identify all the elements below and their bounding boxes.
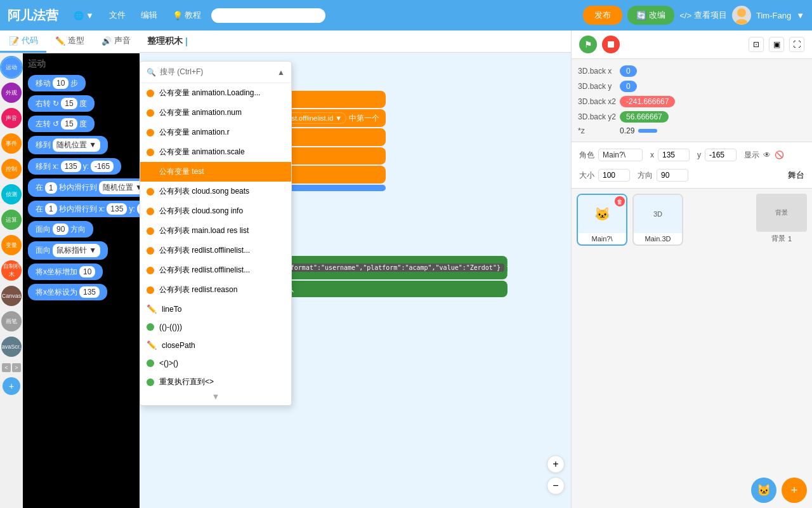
cat-draw[interactable]: 画笔 <box>1 311 22 331</box>
cat-js[interactable]: JavaScr... <box>1 337 22 357</box>
tab-code[interactable]: 📝 代码 <box>0 30 46 53</box>
cat-sound[interactable]: 声音 <box>1 108 22 128</box>
search-item-8[interactable]: 公有列表 redlist.offlinelist... <box>140 241 291 260</box>
item-label-5: 公有列表 cloud.song beats <box>159 186 249 197</box>
block-turn-right-btn[interactable]: 右转 ↻ 15 度 <box>28 95 95 112</box>
sprite-name-input[interactable] <box>598 149 643 161</box>
eye-closed-icon[interactable]: 🚫 <box>775 150 784 159</box>
x-label: x <box>650 150 654 159</box>
block-set-x-btn[interactable]: 将x坐标设为 135 <box>28 284 107 300</box>
cat-motion-label: 运动 <box>6 64 17 72</box>
edit-button[interactable]: 编辑 <box>136 7 162 23</box>
search-item-12[interactable]: (()-(())) <box>140 318 291 336</box>
search-item-7[interactable]: 公有列表 main.load res list <box>140 221 291 241</box>
sprite-card-main[interactable]: 🗑 🐱 Main?\ <box>577 194 627 246</box>
block-glide-xy-btn[interactable]: 在 1 秒内滑行到 x: 135 y: 0 <box>28 201 140 217</box>
item-label-1: 公有变量 animation.num <box>159 107 242 118</box>
block-goto-xy: 移到 x: 135 y: -165 <box>28 158 134 175</box>
search-item-13[interactable]: ✏️closePath <box>140 336 291 354</box>
zoom-in-button[interactable]: + <box>547 455 565 473</box>
search-item-6[interactable]: 公有列表 cloud.song info <box>140 201 291 221</box>
cat-canvas[interactable]: Canvas <box>1 286 22 306</box>
cat-variable[interactable]: 变量 <box>1 235 22 255</box>
fullscreen-button[interactable]: ⛶ <box>789 37 804 52</box>
x-input[interactable] <box>658 149 690 161</box>
item-label-3: 公有变量 animation.scale <box>159 147 245 157</box>
publish-button[interactable]: 发布 <box>583 6 622 25</box>
block-move-btn[interactable]: 移动 10 步 <box>28 75 86 91</box>
direction-input[interactable] <box>657 169 688 182</box>
cat-variable-label: 变量 <box>6 241 17 250</box>
search-item-9[interactable]: 公有列表 redlist.offlinelist... <box>140 260 291 280</box>
y-input[interactable] <box>705 149 737 161</box>
cat-custom-label: 自制积木 <box>1 262 22 279</box>
search-scroll-up[interactable]: ▲ <box>277 68 285 77</box>
stage-bg-count: 背景 1 <box>771 234 792 243</box>
flag-button[interactable]: ⚑ <box>579 36 597 53</box>
tutorial-button[interactable]: 💡 教程 <box>167 7 206 23</box>
block-add-x-btn[interactable]: 将x坐标增加 10 <box>28 264 103 280</box>
stage-field-x: x <box>650 149 690 161</box>
view-project-button[interactable]: </> 查看项目 <box>679 10 727 21</box>
cat-icon-button[interactable]: 🐱 <box>751 478 776 503</box>
sprite-label-3d: Main.3D <box>634 233 682 244</box>
block-face-target-btn[interactable]: 面向 鼠标指针 ▼ <box>28 241 108 260</box>
search-item-3[interactable]: 公有变量 animation.scale <box>140 142 291 162</box>
search-scroll-down[interactable]: ▼ <box>212 392 220 401</box>
add-block-button[interactable]: + <box>3 377 20 395</box>
cat-control[interactable]: 控制 <box>1 159 22 179</box>
globe-button[interactable]: 🌐 ▼ <box>69 8 99 23</box>
prop-z: *z 0.29 <box>578 126 806 135</box>
prop-back-x-value: 0 <box>620 65 637 77</box>
edit-project-button[interactable]: 🔄 改编 <box>627 6 674 25</box>
prop-back-y2-label: 3D.back y2 <box>578 112 616 121</box>
nav-left[interactable]: < <box>2 363 11 372</box>
size-input[interactable] <box>598 169 630 182</box>
sprite-delete-main[interactable]: 🗑 <box>615 196 625 206</box>
zoom-out-button[interactable]: − <box>547 477 565 495</box>
tab-costume[interactable]: ✏️ 造型 <box>46 30 93 53</box>
cat-custom[interactable]: 自制积木 <box>1 260 22 281</box>
search-item-4[interactable]: 公有变量 test <box>140 162 291 182</box>
search-input[interactable] <box>211 8 325 23</box>
cat-looks[interactable]: 外观 <box>1 83 22 103</box>
eye-open-icon[interactable]: 👁 <box>763 150 771 159</box>
block-turn-left-btn[interactable]: 左转 ↺ 15 度 <box>28 116 95 132</box>
block-glide-btn[interactable]: 在 1 秒内滑行到 随机位置 ▼ <box>28 178 140 197</box>
search-item-14[interactable]: <()>() <box>140 354 291 372</box>
search-item-11[interactable]: ✏️lineTo <box>140 300 291 318</box>
file-button[interactable]: 文件 <box>104 7 131 23</box>
search-item-5[interactable]: 公有列表 cloud.song beats <box>140 182 291 201</box>
tab-sound[interactable]: 🔊 声音 <box>93 30 140 53</box>
nav-right[interactable]: > <box>12 363 21 372</box>
refresh-icon: 🔄 <box>636 11 646 20</box>
search-item-10[interactable]: 公有列表 redlist.reason <box>140 280 291 300</box>
block-face-btn[interactable]: 面向 90 方向 <box>28 221 93 237</box>
search-item-0[interactable]: 公有变量 animation.Loading... <box>140 83 291 103</box>
cat-events[interactable]: 事件 <box>1 133 22 154</box>
cat-sense[interactable]: 侦测 <box>1 184 22 204</box>
stage-field-direction: 方向 <box>638 169 688 182</box>
item-dot-2 <box>147 129 154 137</box>
cat-calc[interactable]: 运算 <box>1 210 22 230</box>
prop-back-y2: 3D.back y2 56.666667 <box>578 111 806 123</box>
search-item-1[interactable]: 公有变量 animation.num <box>140 103 291 123</box>
block-goto-xy-btn[interactable]: 移到 x: 135 y: -165 <box>28 158 121 175</box>
layout-btn-2[interactable]: ▣ <box>769 37 784 52</box>
search-dropdown-list[interactable]: 公有变量 animation.Loading...公有变量 animation.… <box>140 83 291 388</box>
item-dot-6 <box>147 208 154 215</box>
stage-bg-label: 背景 <box>775 208 788 217</box>
block-goto-btn[interactable]: 移到 随机位置 ▼ <box>28 136 108 154</box>
search-item-2[interactable]: 公有变量 animation.r <box>140 123 291 142</box>
layout-btn-1[interactable]: ⊡ <box>749 37 764 52</box>
cat-canvas-label: Canvas <box>2 293 22 299</box>
item-label-12: (()-(())) <box>159 323 182 331</box>
block-add-x: 将x坐标增加 10 <box>28 264 134 280</box>
add-sprite-button[interactable]: + <box>782 478 807 503</box>
search-item-15[interactable]: 重复执行直到<> <box>140 372 291 388</box>
sprite-card-3d[interactable]: 3D Main.3D <box>632 194 683 246</box>
user-dropdown-icon[interactable]: ▼ <box>796 11 804 20</box>
stop-button[interactable] <box>602 36 620 53</box>
cat-motion[interactable]: 运动 <box>1 57 22 77</box>
item-label-14: <()>() <box>159 359 178 368</box>
